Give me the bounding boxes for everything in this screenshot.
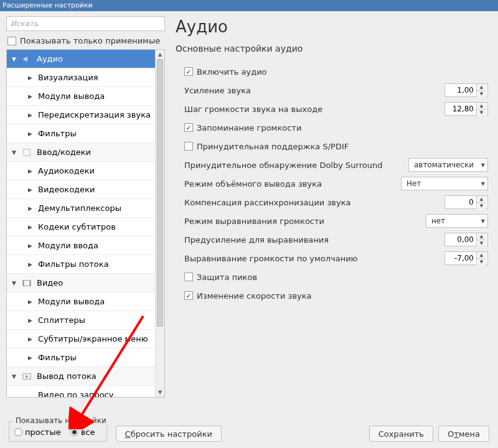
number-input[interactable]: ▲▼ (444, 233, 488, 246)
tree-item[interactable]: ▶Визуализация (7, 68, 164, 87)
number-input[interactable]: ▲▼ (444, 102, 488, 116)
spin-up-icon[interactable]: ▲ (477, 233, 486, 240)
tree-item[interactable]: ▼Вывод потока (7, 367, 164, 386)
spin-down-icon[interactable]: ▼ (477, 203, 486, 209)
number-value[interactable] (445, 198, 476, 207)
spin-down-icon[interactable]: ▼ (477, 259, 486, 265)
spin-up-icon[interactable]: ▲ (477, 252, 486, 259)
page-title: Аудио (176, 17, 488, 36)
checkbox-icon[interactable] (184, 142, 193, 151)
spin-down-icon[interactable]: ▼ (477, 240, 486, 246)
combo-box[interactable]: автоматически▼ (408, 158, 488, 172)
show-settings-legend: Показывать настройки (13, 416, 109, 425)
show-applicable-checkbox-row[interactable]: Показывать только применимые (7, 36, 164, 45)
tree-item[interactable]: ▶Демультиплексоры (7, 199, 164, 218)
search-input[interactable] (6, 16, 165, 31)
svg-rect-0 (24, 149, 31, 156)
expand-arrow-icon[interactable]: ▶ (28, 205, 34, 212)
combo-box[interactable]: нет▼ (426, 214, 488, 228)
expand-arrow-icon[interactable]: ▼ (12, 280, 18, 286)
expand-arrow-icon[interactable]: ▶ (28, 299, 34, 305)
spin-up-icon[interactable]: ▲ (477, 103, 486, 110)
checkbox-icon[interactable] (184, 291, 193, 300)
spin-up-icon[interactable]: ▲ (477, 84, 486, 91)
expand-arrow-icon[interactable]: ▶ (28, 131, 34, 137)
chevron-down-icon[interactable]: ▼ (481, 162, 485, 168)
checkbox-icon[interactable] (184, 67, 193, 76)
expand-arrow-icon[interactable]: ▶ (28, 261, 34, 268)
codec-icon (22, 148, 32, 157)
field-label: Компенсация рассинхронизации звука (184, 198, 444, 207)
combo-field-row: Режим объёмного вывода звукаНет▼ (184, 174, 488, 193)
tree-item[interactable]: ▶Передискретизация звука (7, 106, 164, 124)
tree-item[interactable]: ▶Модули ввода (7, 236, 164, 255)
tree-item[interactable]: ▶Модули вывода (7, 292, 164, 311)
tree-item-label: Ввод/кодеки (37, 147, 91, 157)
checkbox-icon[interactable] (184, 273, 193, 281)
number-input[interactable]: ▲▼ (444, 83, 488, 97)
save-button[interactable]: Сохранить (369, 426, 433, 442)
cancel-button[interactable]: Отмена (438, 426, 489, 442)
reset-button[interactable]: Сбросить настройки (116, 426, 222, 442)
expand-arrow-icon[interactable]: ▼ (12, 149, 18, 156)
number-value[interactable] (445, 86, 476, 95)
chevron-down-icon[interactable]: ▼ (481, 218, 485, 224)
checkbox-row[interactable]: Принудительная поддержка S/PDIF (184, 137, 488, 156)
tree-item[interactable]: ▶Фильтры потока (7, 255, 164, 274)
combo-box[interactable]: Нет▼ (401, 177, 488, 190)
expand-arrow-icon[interactable]: ▶ (28, 317, 34, 324)
number-input[interactable]: ▲▼ (444, 195, 488, 209)
radio-all[interactable] (70, 428, 78, 436)
number-field-row: Выравнивание громкости по умолчанию▲▼ (184, 249, 488, 268)
tree-item[interactable]: ▼Ввод/кодеки (7, 143, 164, 162)
tree-item[interactable]: ▶Сплиттеры (7, 311, 164, 330)
expand-arrow-icon[interactable]: ▼ (12, 373, 18, 380)
number-field-row: Шаг громкости звука на выходе▲▼ (184, 100, 488, 118)
checkbox-row[interactable]: Защита пиков (184, 268, 488, 286)
spin-down-icon[interactable]: ▼ (477, 110, 486, 116)
radio-simple[interactable] (14, 428, 22, 436)
tree-item[interactable]: ▼Аудио (7, 50, 164, 68)
spin-up-icon[interactable]: ▲ (477, 196, 486, 203)
chevron-down-icon[interactable]: ▼ (481, 181, 485, 187)
scroll-down-icon[interactable]: ▼ (156, 388, 164, 397)
number-value[interactable] (445, 254, 476, 263)
expand-arrow-icon[interactable]: ▶ (28, 187, 34, 193)
number-value[interactable] (445, 105, 476, 113)
tree-item-label: Фильтры потока (38, 259, 109, 269)
expand-arrow-icon[interactable]: ▶ (28, 355, 34, 361)
expand-arrow-icon[interactable]: ▶ (28, 336, 34, 342)
scroll-up-icon[interactable]: ▲ (156, 50, 164, 59)
field-label: Изменение скорости звука (197, 291, 312, 301)
checkbox-icon[interactable] (184, 123, 193, 132)
tree-item[interactable]: ▶Модули вывода (7, 87, 164, 106)
scroll-thumb[interactable] (157, 59, 163, 327)
checkbox-icon[interactable] (7, 37, 16, 45)
tree-item[interactable]: ▶Фильтры (7, 124, 164, 143)
checkbox-row[interactable]: Запоминание громкости (184, 118, 488, 137)
combo-value: автоматически (414, 161, 474, 169)
tree-item[interactable]: ▶Аудиокодеки (7, 162, 164, 180)
checkbox-row[interactable]: Включить аудио (184, 62, 488, 81)
tree-item[interactable]: ▶Видеокодеки (7, 180, 164, 199)
number-value[interactable] (445, 235, 476, 244)
number-input[interactable]: ▲▼ (444, 251, 488, 265)
tree-scrollbar[interactable]: ▲ ▼ (155, 50, 164, 397)
spin-down-icon[interactable]: ▼ (477, 91, 486, 97)
checkbox-row[interactable]: Изменение скорости звука (184, 286, 488, 305)
tree-item[interactable]: Видео по запросу (7, 386, 164, 398)
expand-arrow-icon[interactable]: ▶ (28, 224, 34, 230)
expand-arrow-icon[interactable]: ▶ (28, 168, 34, 174)
expand-arrow-icon[interactable]: ▶ (28, 243, 34, 249)
field-label: Предусиление для выравнивания (184, 235, 444, 245)
expand-arrow-icon[interactable]: ▼ (12, 56, 18, 62)
tree-item-label: Вывод потока (37, 371, 96, 381)
tree-item[interactable]: ▼Видео (7, 274, 164, 292)
tree-item[interactable]: ▶Кодеки субтитров (7, 218, 164, 236)
expand-arrow-icon[interactable]: ▶ (28, 112, 34, 118)
expand-arrow-icon[interactable]: ▶ (28, 75, 34, 81)
expand-arrow-icon[interactable]: ▶ (28, 93, 34, 100)
field-label: Запоминание громкости (197, 123, 301, 133)
tree-item[interactable]: ▶Субтитры/экранное меню (7, 330, 164, 348)
tree-item[interactable]: ▶Фильтры (7, 348, 164, 367)
